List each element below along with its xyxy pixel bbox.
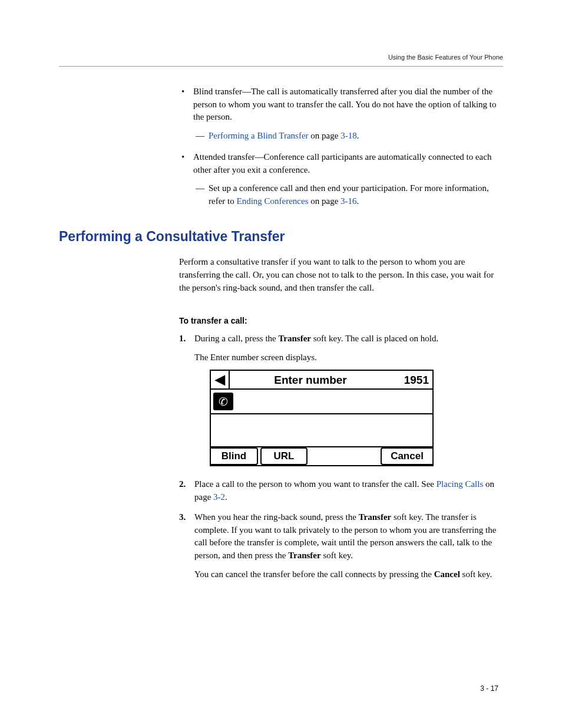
header-rule [59,66,503,67]
link-page-3-16[interactable]: 3-16 [340,196,357,206]
softkey-blind: Blind [211,447,258,465]
step-2: 2. Place a call to the person to whom yo… [179,478,500,504]
text: During a call, press the [194,334,278,343]
link-ending-conferences[interactable]: Ending Conferences [236,196,308,206]
list-item: Performing a Blind Transfer on page 3-18… [193,130,500,143]
text: . [225,492,227,502]
text: . [357,131,359,140]
text: soft key. The call is placed on hold. [311,334,438,343]
section-heading: Performing a Consultative Transfer [59,227,503,246]
body-column: Perform a consultative transfer if you w… [179,256,500,581]
body-column: Blind transfer—The call is automatically… [179,85,500,208]
blank-area [211,413,434,446]
softkey-cancel: Cancel [381,447,432,465]
page-number: 3 - 17 [480,684,498,694]
step-number: 3. [179,511,186,524]
text: The Enter number screen displays. [194,351,500,364]
link-blind-transfer[interactable]: Performing a Blind Transfer [209,131,309,140]
text: on page [309,196,341,206]
blind-transfer-text: Blind transfer—The call is automatically… [193,87,497,122]
list-item: Attended transfer—Conference call partic… [179,151,500,208]
procedure-steps: 1. During a call, press the Transfer sof… [179,332,500,581]
text: When you hear the ring-back sound, press… [194,512,359,522]
phone-icon: ✆ [213,393,233,410]
list-item: Set up a conference call and then end yo… [193,182,500,208]
link-page-3-18[interactable]: 3-18 [340,131,357,140]
softkey-name: Transfer [359,512,392,522]
link-page-3-2[interactable]: 3-2 [213,492,225,502]
section-paragraph: Perform a consultative transfer if you w… [179,256,500,294]
softkey-row: Blind URL Cancel [211,446,434,465]
list-item: Blind transfer—The call is automatically… [179,85,500,143]
extension-number: 1951 [391,372,432,388]
step-1: 1. During a call, press the Transfer sof… [179,332,500,467]
step-number: 1. [179,332,186,345]
running-header: Using the Basic Features of Your Phone [59,53,503,62]
text: soft key. [321,551,353,560]
text: Place a call to the person to whom you w… [194,479,437,489]
text: . [357,196,359,206]
transfer-type-list: Blind transfer—The call is automatically… [179,85,500,208]
screen-title: Enter number [230,372,391,388]
procedure-subhead: To transfer a call: [179,315,500,327]
back-icon: ◀ [211,371,230,388]
step-3: 3. When you hear the ring-back sound, pr… [179,511,500,581]
softkey-name: Cancel [434,569,460,579]
step-number: 2. [179,478,186,491]
phone-screen-figure: ◀ Enter number 1951 ✆ Blind URL Cancel [210,370,434,466]
attended-transfer-text: Attended transfer—Conference call partic… [193,152,491,174]
softkey-name: Transfer [288,551,321,560]
softkey-name: Transfer [278,334,311,343]
text: soft key. [460,569,492,579]
softkey-url: URL [260,447,308,465]
text: You can cancel the transfer before the c… [194,569,434,579]
link-placing-calls[interactable]: Placing Calls [437,479,484,489]
text: on page [309,131,341,140]
